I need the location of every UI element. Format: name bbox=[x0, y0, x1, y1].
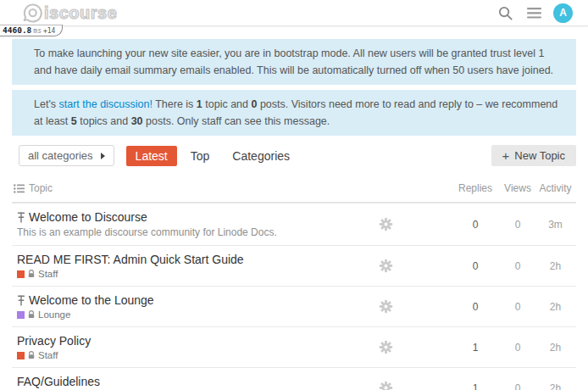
topic-title-link[interactable]: Welcome to the Lounge bbox=[29, 293, 154, 307]
column-header-views[interactable]: Views bbox=[501, 182, 535, 194]
site-logo-text: iscourse bbox=[44, 4, 117, 21]
replies-count: 1 bbox=[450, 342, 501, 354]
category-name: Staff bbox=[38, 350, 58, 360]
avatar-letter: A bbox=[559, 7, 567, 19]
topic-table-header: Topic Replies Views Activity bbox=[12, 177, 576, 203]
activity-time[interactable]: 2h bbox=[535, 342, 576, 354]
profiler-unit: ms bbox=[33, 27, 42, 35]
replies-count: 0 bbox=[450, 260, 501, 272]
activity-time[interactable]: 2h bbox=[535, 382, 576, 390]
poster-avatar-gear-icon[interactable] bbox=[379, 299, 393, 314]
category-color-square bbox=[17, 270, 25, 278]
topic-list-icon bbox=[14, 184, 25, 193]
banner-text: topics and bbox=[77, 115, 131, 127]
site-logo[interactable]: iscourse bbox=[22, 3, 117, 24]
column-header-activity[interactable]: Activity bbox=[535, 182, 576, 194]
poster-avatar-gear-icon[interactable] bbox=[379, 259, 393, 273]
nav-tabs: Latest Top Categories bbox=[126, 146, 299, 166]
lock-icon bbox=[28, 270, 35, 278]
caret-right-icon bbox=[101, 153, 105, 159]
topic-row: READ ME FIRST: Admin Quick Start Guide S… bbox=[12, 246, 576, 287]
category-badge[interactable]: Staff bbox=[17, 269, 58, 279]
activity-time[interactable]: 3m bbox=[535, 219, 576, 231]
poster-avatar-gear-icon[interactable] bbox=[379, 217, 393, 231]
category-badge[interactable]: Lounge bbox=[17, 309, 70, 320]
tab-latest[interactable]: Latest bbox=[126, 146, 177, 166]
start-discussion-link[interactable]: start the discussion! bbox=[59, 98, 153, 110]
miniprofiler-badge[interactable]: 4460.8 ms +14 bbox=[0, 25, 63, 36]
topic-header-label: Topic bbox=[29, 182, 53, 194]
tab-categories[interactable]: Categories bbox=[223, 146, 299, 166]
pin-icon bbox=[17, 295, 25, 306]
profiler-count: +14 bbox=[43, 27, 55, 35]
replies-count: 1 bbox=[450, 382, 501, 390]
search-icon bbox=[497, 5, 513, 21]
bootstrap-mode-banner: To make launching your new site easier, … bbox=[12, 39, 576, 85]
hamburger-icon bbox=[527, 8, 541, 19]
topic-row: Welcome to Discourse This is an example … bbox=[12, 203, 576, 246]
user-avatar-button[interactable]: A bbox=[553, 3, 573, 23]
topic-row: Welcome to the Lounge Lounge bbox=[12, 287, 576, 327]
views-count: 0 bbox=[501, 301, 535, 313]
category-color-square bbox=[17, 311, 25, 319]
lock-icon bbox=[28, 351, 35, 359]
category-filter-label: all categories bbox=[28, 149, 93, 162]
category-name: Staff bbox=[38, 269, 58, 279]
category-name: Lounge bbox=[38, 309, 70, 320]
poster-avatar-gear-icon[interactable] bbox=[379, 381, 393, 390]
tab-top[interactable]: Top bbox=[181, 146, 219, 166]
start-discussion-banner: Let's start the discussion! There is 1 t… bbox=[12, 90, 576, 136]
views-count: 0 bbox=[501, 382, 535, 390]
replies-count: 0 bbox=[450, 301, 501, 313]
discourse-logo-icon bbox=[22, 3, 43, 24]
pin-icon bbox=[17, 212, 25, 223]
topic-title-link[interactable]: FAQ/Guidelines bbox=[17, 375, 100, 388]
search-button[interactable] bbox=[496, 3, 515, 23]
category-filter-dropdown[interactable]: all categories bbox=[19, 145, 114, 166]
views-count: 0 bbox=[501, 260, 535, 272]
topic-title-link[interactable]: Welcome to Discourse bbox=[29, 210, 147, 224]
topic-row: Privacy Policy Staff bbox=[12, 327, 576, 368]
topic-excerpt: This is an example discourse community f… bbox=[17, 226, 360, 238]
banner-text: posts. Only staff can see this message. bbox=[143, 115, 330, 127]
recommended-posts: 30 bbox=[131, 115, 143, 127]
list-controls: all categories Latest Top Categories + N… bbox=[12, 145, 576, 166]
banner-text: Let's bbox=[34, 98, 59, 110]
column-header-replies[interactable]: Replies bbox=[450, 182, 501, 194]
column-header-topic[interactable]: Topic bbox=[14, 182, 360, 194]
topic-table: Topic Replies Views Activity Welcome to … bbox=[12, 177, 576, 390]
poster-avatar-gear-icon[interactable] bbox=[379, 340, 393, 354]
new-topic-button[interactable]: + New Topic bbox=[491, 145, 577, 166]
views-count: 0 bbox=[501, 342, 535, 354]
category-badge[interactable]: Staff bbox=[17, 350, 58, 360]
bootstrap-banner-text: To make launching your new site easier, … bbox=[34, 47, 553, 76]
category-color-square bbox=[17, 352, 25, 359]
lock-icon bbox=[28, 310, 35, 319]
hamburger-menu-button[interactable] bbox=[525, 6, 543, 20]
new-topic-label: New Topic bbox=[514, 149, 565, 162]
banner-text: topic and bbox=[202, 98, 252, 110]
site-header: iscourse A bbox=[0, 0, 588, 26]
replies-count: 0 bbox=[450, 219, 501, 231]
views-count: 0 bbox=[501, 219, 535, 231]
recommended-topics: 5 bbox=[71, 115, 77, 127]
activity-time[interactable]: 2h bbox=[535, 301, 576, 313]
main-content: To make launching your new site easier, … bbox=[0, 39, 588, 390]
topic-title-link[interactable]: READ ME FIRST: Admin Quick Start Guide bbox=[17, 253, 244, 266]
profiler-time: 4460.8 bbox=[3, 25, 31, 35]
topic-list: Welcome to Discourse This is an example … bbox=[12, 203, 576, 390]
topic-row: FAQ/Guidelines Staff bbox=[12, 368, 576, 390]
plus-icon: + bbox=[502, 149, 510, 162]
topic-title-link[interactable]: Privacy Policy bbox=[17, 334, 91, 348]
activity-time[interactable]: 2h bbox=[535, 260, 576, 272]
banner-text: There is bbox=[153, 98, 197, 110]
topic-count: 1 bbox=[197, 98, 202, 110]
header-actions: A bbox=[496, 3, 573, 23]
